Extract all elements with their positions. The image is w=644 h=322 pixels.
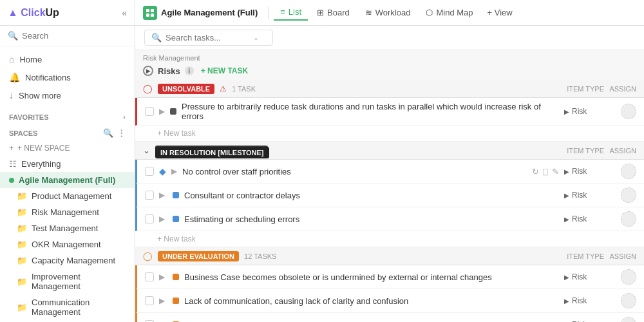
sidebar-search-box[interactable]: 🔍 ⚡ — [0, 26, 135, 46]
task-expand-icon: ▶ — [159, 191, 165, 200]
project-name: Agile Management (Full) — [161, 8, 258, 17]
tab-workload[interactable]: ≋ Workload — [359, 5, 417, 20]
sidebar-item-notifications[interactable]: 🔔 Notifications — [0, 68, 135, 86]
edit-icon[interactable]: ✎ — [552, 167, 559, 176]
tab-bar: Agile Management (Full) ≡ List ⊞ Board ≋… — [135, 0, 644, 25]
add-view-button[interactable]: + View — [482, 5, 518, 20]
search-spaces-icon[interactable]: 🔍 — [103, 128, 113, 138]
risks-header: ▶ Risks i + NEW TASK — [135, 63, 644, 80]
task-item-type: ▶ Risk — [564, 107, 616, 116]
favorites-expand-icon[interactable]: › — [123, 112, 126, 122]
sidebar-item-risk-management[interactable]: 📁 Risk Management — [0, 204, 135, 220]
collapse-sidebar-button[interactable]: « — [122, 8, 127, 18]
chevron-down-icon: ⌄ — [253, 33, 259, 42]
new-task-button-unsolvable[interactable]: + New task — [135, 126, 644, 142]
sidebar-item-everything[interactable]: ☷ Everything — [0, 156, 135, 172]
task-type-icon: ▶ — [564, 108, 569, 115]
sidebar-item-okr-management[interactable]: 📁 OKR Management — [0, 236, 135, 252]
play-icon: ▶ — [146, 68, 150, 74]
task-expand-icon: ▶ — [159, 214, 165, 223]
sidebar-item-capacity-management[interactable]: 📁 Capacity Management — [0, 252, 135, 269]
col-headers-under-evaluation: ◯ UNDER EVALUATION 12 TASKS ITEM TYPE AS… — [135, 247, 644, 265]
sidebar-item-improvement-management[interactable]: 📁 Improvement Management — [0, 269, 135, 294]
assign-avatar — [621, 104, 636, 119]
board-icon: ⊞ — [317, 8, 324, 17]
assign-avatar — [621, 164, 636, 179]
sidebar-item-home[interactable]: ⌂ Home — [0, 50, 135, 68]
sidebar-item-communication-management[interactable]: 📁 Communication Management — [0, 294, 135, 320]
col-header-item-type-2: ITEM TYPE — [553, 147, 604, 155]
task-expand-icon: ▶ — [159, 296, 165, 305]
main-layout: 🔍 ⚡ ⌂ Home 🔔 Notifications ↓ Show more F… — [0, 26, 644, 322]
task-checkbox[interactable] — [145, 191, 154, 200]
task-item-type: ▶ Risk — [564, 167, 616, 176]
logo-area: ▲ ClickUp « — [0, 0, 135, 25]
add-space-icon[interactable]: ⋮ — [117, 128, 126, 138]
copy-icon[interactable]: ⎕ — [543, 167, 548, 176]
new-task-inline-button[interactable]: + NEW TASK — [201, 66, 248, 75]
collapse-unsolvable-icon[interactable]: ◯ — [143, 84, 153, 93]
bell-icon: 🔔 — [9, 72, 20, 82]
col-header-assign-3: ASSIGN — [604, 252, 636, 260]
task-item-type: ▶ Risk — [564, 296, 616, 305]
collapse-in-resolution-icon[interactable]: ⌄ — [143, 146, 150, 155]
folder-icon: 📁 — [17, 191, 27, 201]
plus-icon: + — [9, 144, 14, 153]
risks-label: Risks — [158, 66, 180, 76]
task-checkbox[interactable] — [145, 167, 154, 176]
task-search-input[interactable] — [166, 33, 249, 43]
task-status-dot — [170, 108, 176, 115]
refresh-icon[interactable]: ↻ — [532, 167, 539, 176]
search-icon: 🔍 — [151, 33, 162, 43]
assign-avatar — [621, 293, 636, 308]
tab-board[interactable]: ⊞ Board — [310, 5, 356, 20]
task-type-icon: ▶ — [564, 216, 569, 223]
sidebar-item-show-more[interactable]: ↓ Show more — [0, 86, 135, 104]
collapse-under-evaluation-icon[interactable]: ◯ — [143, 251, 153, 261]
task-expand-icon: ▶ — [171, 167, 177, 176]
top-bar: ▲ ClickUp « Agile Management (Full) ≡ Li… — [0, 0, 644, 26]
assign-avatar — [621, 269, 636, 285]
task-type-icon: ▶ — [564, 298, 569, 305]
risk-management-label: Risk Management — [135, 50, 644, 63]
list-icon: ≡ — [280, 7, 285, 17]
task-checkbox[interactable] — [145, 272, 154, 281]
task-expand-icon: ▶ — [159, 272, 165, 281]
task-checkbox[interactable] — [145, 214, 154, 223]
svg-rect-0 — [146, 9, 149, 12]
task-name: Business Case becomes obsolete or is und… — [184, 272, 559, 282]
task-type-icon: ▶ — [564, 168, 569, 175]
task-status-dot — [173, 192, 179, 198]
content-area: 🔍 ⌄ Risk Management ▶ Risks i + NEW TASK — [135, 26, 644, 322]
assign-avatar — [621, 317, 636, 322]
task-checkbox[interactable] — [145, 296, 154, 305]
warning-icon: ⚠ — [220, 84, 227, 93]
sidebar-item-product-management[interactable]: 📁 Product Management — [0, 188, 135, 204]
unsolvable-badge: UNSOLVABLE — [158, 84, 214, 94]
table-row: ▶ Business Case becomes obsolete or is u… — [135, 265, 644, 289]
task-search-box[interactable]: 🔍 ⌄ — [144, 30, 273, 46]
sidebar-item-agile-management[interactable]: Agile Management (Full) — [0, 172, 135, 188]
new-task-button-in-resolution[interactable]: + New task — [135, 231, 644, 247]
space-color-dot — [9, 178, 14, 183]
folder-icon: 📁 — [17, 277, 27, 287]
tab-mindmap[interactable]: ⬡ Mind Map — [419, 5, 479, 20]
search-input[interactable] — [22, 31, 130, 41]
tab-list[interactable]: ≡ List — [274, 5, 308, 21]
task-status-dot — [173, 298, 179, 304]
arrow-down-icon: ↓ — [9, 90, 14, 100]
spaces-actions: 🔍 ⋮ — [103, 128, 126, 138]
sidebar-item-test-management[interactable]: 📁 Test Management — [0, 220, 135, 236]
task-checkbox[interactable] — [145, 107, 154, 116]
sidebar: 🔍 ⚡ ⌂ Home 🔔 Notifications ↓ Show more F… — [0, 26, 135, 322]
folder-icon: 📁 — [17, 256, 27, 265]
workload-icon: ≋ — [365, 8, 372, 17]
task-name: Lack of communication, causing lack of c… — [184, 296, 559, 306]
task-item-type: ▶ Risk — [564, 191, 616, 200]
under-evaluation-badge: UNDER EVALUATION — [158, 251, 239, 261]
info-badge: i — [185, 66, 194, 75]
task-name: Consultant or contractor delays — [184, 191, 559, 200]
svg-rect-3 — [151, 14, 154, 17]
assign-avatar — [621, 187, 636, 203]
new-space-button[interactable]: + + NEW SPACE — [0, 140, 135, 156]
